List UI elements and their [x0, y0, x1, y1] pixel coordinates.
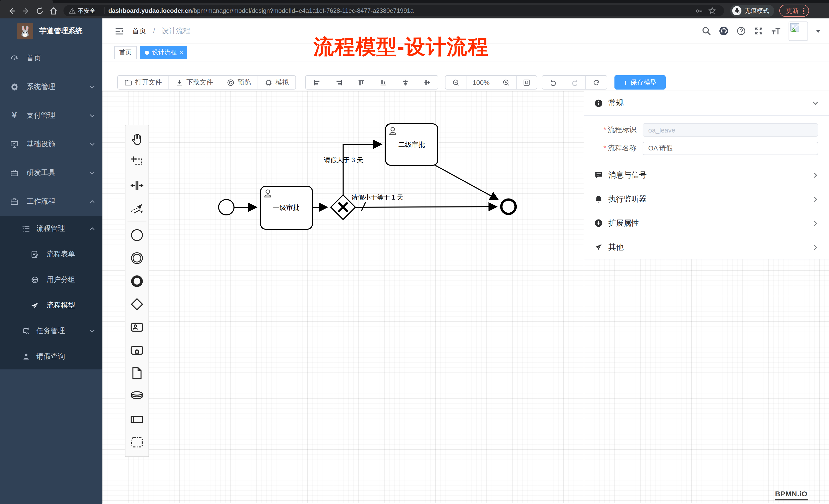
sidebar-item-label: 任务管理 — [36, 326, 89, 336]
end-event[interactable] — [501, 200, 516, 214]
section-execution-listener[interactable]: 执行监听器 — [584, 187, 829, 211]
back-icon[interactable] — [8, 6, 16, 15]
sidebar-item-label: 流程表单 — [46, 250, 95, 259]
process-key-input[interactable] — [643, 123, 818, 137]
forward-icon[interactable] — [22, 6, 30, 15]
section-extension-properties[interactable]: 扩展属性 — [584, 211, 829, 235]
preview-button[interactable]: 预览 — [220, 76, 258, 89]
flow-gateway-to-task2[interactable] — [343, 144, 381, 195]
align-bottom-button[interactable] — [372, 76, 394, 89]
section-other[interactable]: 其他 — [584, 235, 829, 259]
tab-home[interactable]: 首页 — [114, 46, 137, 59]
sidebar-item-user-group[interactable]: 用户分组 — [0, 267, 102, 293]
bookmark-star-icon[interactable] — [708, 7, 716, 15]
zoom-button-group: 100% — [445, 75, 537, 89]
align-top-button[interactable] — [350, 76, 372, 89]
sidebar-item-process-mgmt[interactable]: 流程管理 — [0, 216, 102, 241]
sidebar-item-task-mgmt[interactable]: 任务管理 — [0, 318, 102, 344]
global-connect-icon[interactable] — [125, 197, 149, 220]
user-task-level2[interactable]: 二级审批 — [386, 124, 438, 165]
flow-gateway-to-end[interactable] — [355, 207, 496, 207]
zoom-value: 100% — [473, 79, 490, 86]
restart-button[interactable] — [585, 76, 607, 89]
process-name-input[interactable] — [643, 142, 818, 155]
sidebar-item-label: 工作流程 — [27, 197, 89, 206]
condition-label-le1[interactable]: 请假小于等于 1 天 — [352, 194, 403, 201]
fullscreen-icon[interactable] — [754, 26, 763, 36]
space-tool-icon[interactable] — [125, 174, 149, 197]
sidebar-item-infra[interactable]: 基础设施 — [0, 130, 102, 159]
incognito-label: 无痕模式 — [745, 6, 769, 15]
sidebar-item-system[interactable]: 系统管理 — [0, 73, 102, 101]
undo-button[interactable] — [542, 76, 564, 89]
align-left-button[interactable] — [306, 76, 328, 89]
user-task-icon[interactable] — [125, 316, 149, 339]
help-icon[interactable] — [736, 26, 746, 36]
breadcrumb-separator: / — [153, 26, 155, 35]
data-object-icon[interactable] — [125, 362, 149, 385]
close-tab-icon[interactable]: × — [180, 49, 183, 55]
align-right-icon — [335, 79, 343, 86]
align-center-h-button[interactable] — [394, 76, 416, 89]
redo-button[interactable] — [564, 76, 585, 89]
zoom-out-button[interactable] — [445, 76, 466, 89]
section-message-signal[interactable]: 消息与信号 — [584, 163, 829, 187]
sidebar-item-home[interactable]: 首页 — [0, 44, 102, 73]
sidebar-item-workflow[interactable]: 工作流程 — [0, 187, 102, 216]
align-right-button[interactable] — [328, 76, 350, 89]
tab-design-process[interactable]: 设计流程 × — [140, 46, 187, 59]
caret-down-icon[interactable] — [816, 28, 821, 34]
browser-active-tab[interactable] — [0, 0, 53, 3]
user-task-level1[interactable]: 一级审批 — [261, 186, 312, 229]
avatar[interactable] — [789, 21, 808, 41]
participant-icon[interactable] — [125, 408, 149, 431]
zoom-in-button[interactable] — [496, 76, 516, 89]
user-icon — [22, 353, 30, 361]
start-event[interactable] — [219, 200, 234, 215]
browser-menu-icon[interactable] — [803, 7, 804, 14]
group-icon[interactable] — [125, 431, 149, 454]
sidebar-item-process-form[interactable]: 流程表单 — [0, 241, 102, 267]
subprocess-icon[interactable] — [125, 339, 149, 362]
section-general[interactable]: 常规 — [584, 91, 829, 115]
url-host: dashboard.yudao.iocoder.cn — [108, 7, 192, 14]
data-store-icon[interactable] — [125, 385, 149, 408]
sidebar-item-process-model[interactable]: 流程模型 — [0, 293, 102, 318]
fit-viewport-button[interactable] — [516, 76, 537, 89]
home-icon[interactable] — [49, 6, 58, 15]
hand-tool-icon[interactable] — [125, 128, 149, 151]
end-event-icon[interactable] — [125, 270, 149, 293]
reload-icon[interactable] — [35, 6, 44, 15]
align-center-v-button[interactable] — [416, 76, 438, 89]
key-icon[interactable] — [695, 7, 703, 14]
browser-toolbar: 不安全 dashboard.yudao.iocoder.cn/bpm/manag… — [0, 3, 829, 18]
save-model-button[interactable]: + 保存模型 — [614, 75, 666, 89]
collapse-sidebar-icon[interactable] — [115, 26, 124, 36]
gateway-icon[interactable] — [125, 293, 149, 316]
sidebar-item-leave-query[interactable]: 请假查询 — [0, 344, 102, 370]
lasso-tool-icon[interactable] — [125, 151, 149, 174]
condition-label-gt3[interactable]: 请假大于 3 天 — [324, 156, 363, 163]
url-text[interactable]: dashboard.yudao.iocoder.cn/bpm/manager/m… — [108, 7, 414, 14]
chevron-right-icon — [812, 220, 819, 226]
app-logo[interactable]: 🐰 芋道管理系统 — [0, 18, 102, 44]
security-label[interactable]: 不安全 — [78, 7, 96, 14]
github-icon[interactable] — [719, 26, 729, 36]
zoom-in-icon — [502, 79, 510, 86]
bpmn-canvas[interactable]: 一级审批 二级审批 — [102, 91, 829, 503]
start-event-icon[interactable] — [125, 224, 149, 247]
address-bar[interactable]: 不安全 dashboard.yudao.iocoder.cn/bpm/manag… — [64, 5, 724, 16]
breadcrumb-home[interactable]: 首页 — [132, 26, 146, 35]
search-icon[interactable] — [701, 26, 711, 36]
sidebar-item-payment[interactable]: ¥ 支付管理 — [0, 101, 102, 130]
font-size-icon[interactable] — [771, 26, 781, 36]
open-file-button[interactable]: 打开文件 — [118, 76, 169, 89]
update-button[interactable]: 更新 — [779, 5, 809, 17]
flow-task2-to-end[interactable] — [434, 165, 498, 200]
intermediate-event-icon[interactable] — [125, 247, 149, 270]
bpmn-diagram[interactable]: 一级审批 二级审批 — [102, 91, 584, 503]
download-file-button[interactable]: 下载文件 — [169, 76, 220, 89]
simulate-button[interactable]: 模拟 — [258, 76, 295, 89]
monitor-icon — [10, 140, 19, 148]
sidebar-item-devtools[interactable]: 研发工具 — [0, 159, 102, 187]
